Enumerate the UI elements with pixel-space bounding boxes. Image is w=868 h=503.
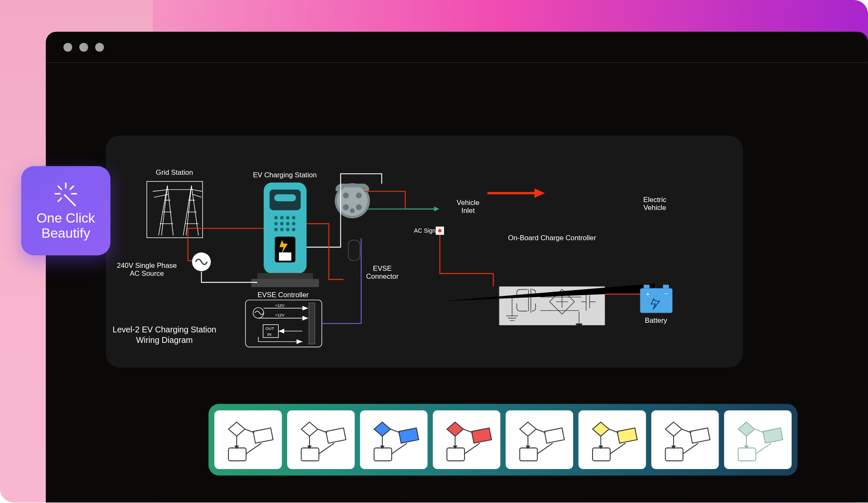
svg-line-86 xyxy=(392,443,407,454)
theme-swatch-outline-4[interactable] xyxy=(651,410,719,469)
svg-marker-74 xyxy=(234,446,239,449)
svg-line-110 xyxy=(755,429,764,433)
svg-marker-56 xyxy=(575,324,582,329)
svg-rect-77 xyxy=(301,448,319,461)
svg-line-66 xyxy=(58,186,62,189)
svg-marker-48 xyxy=(534,189,545,198)
svg-line-100 xyxy=(609,429,618,433)
label-ac-source-1: 240V Single Phase xyxy=(117,262,177,270)
svg-line-71 xyxy=(65,194,75,205)
svg-rect-19 xyxy=(251,279,319,287)
svg-point-15 xyxy=(292,228,295,231)
svg-point-7 xyxy=(292,216,295,219)
traffic-light-minimize[interactable] xyxy=(79,43,88,52)
one-click-beautify-button[interactable]: One Click Beautify xyxy=(21,166,110,255)
svg-point-25 xyxy=(356,204,362,210)
traffic-light-zoom[interactable] xyxy=(95,43,104,52)
svg-rect-82 xyxy=(374,448,392,461)
svg-line-95 xyxy=(536,429,546,433)
svg-point-4 xyxy=(274,216,278,219)
theme-swatch-outline[interactable] xyxy=(214,410,282,469)
svg-rect-61 xyxy=(644,285,650,288)
label-battery: Battery xyxy=(645,316,668,324)
svg-line-81 xyxy=(319,443,334,454)
svg-rect-27 xyxy=(348,240,360,261)
label-ac-source-2: AC Source xyxy=(130,270,164,277)
svg-point-26 xyxy=(350,208,355,213)
svg-rect-92 xyxy=(520,448,537,461)
svg-marker-109 xyxy=(744,446,748,449)
svg-text:OUT: OUT xyxy=(265,326,274,331)
svg-rect-97 xyxy=(593,448,610,461)
svg-point-10 xyxy=(286,222,289,225)
svg-rect-107 xyxy=(738,448,756,461)
evse-controller-box: +12V +12V OUT IN xyxy=(245,300,322,347)
diagram-title-2: Wiring Diagram xyxy=(136,335,193,345)
svg-point-24 xyxy=(343,204,349,210)
theme-swatch-red[interactable] xyxy=(433,410,500,469)
evse-cable-icon xyxy=(348,240,360,285)
theme-swatch-yellow[interactable] xyxy=(578,410,646,469)
red-arrow-icon xyxy=(487,189,545,198)
svg-rect-17 xyxy=(279,252,291,261)
label-vehicle-inlet-2: Inlet xyxy=(461,207,475,215)
svg-point-49 xyxy=(438,229,442,232)
svg-marker-79 xyxy=(307,446,312,449)
svg-line-111 xyxy=(756,443,771,454)
svg-line-91 xyxy=(465,443,480,454)
svg-line-106 xyxy=(683,443,698,454)
svg-marker-43 xyxy=(296,339,302,344)
svg-line-96 xyxy=(537,443,552,454)
svg-point-12 xyxy=(274,228,278,231)
svg-line-70 xyxy=(58,198,62,201)
wires xyxy=(188,174,439,324)
battery-icon: + − xyxy=(640,285,673,313)
svg-point-13 xyxy=(280,228,283,231)
label-vehicle-inlet-1: Vehicle xyxy=(457,199,479,207)
svg-marker-31 xyxy=(302,306,308,311)
svg-point-11 xyxy=(292,222,295,225)
theme-swatch-outline-2[interactable] xyxy=(287,410,355,469)
svg-rect-18 xyxy=(257,273,313,279)
theme-swatch-outline-3[interactable] xyxy=(506,410,573,469)
label-evse-controller: EVSE Controller xyxy=(257,291,309,299)
svg-rect-62 xyxy=(663,285,669,288)
svg-point-29 xyxy=(253,308,264,318)
svg-rect-102 xyxy=(665,448,683,461)
svg-text:+: + xyxy=(646,290,650,297)
svg-rect-3 xyxy=(274,194,296,202)
svg-point-9 xyxy=(280,222,283,225)
svg-line-101 xyxy=(610,443,625,454)
svg-line-76 xyxy=(246,443,261,454)
diagram-canvas[interactable]: Grid Station 240V Single Phase AC Source… xyxy=(106,136,743,368)
svg-point-14 xyxy=(286,228,289,231)
label-evse-connector-2: Connector xyxy=(366,272,399,280)
svg-rect-87 xyxy=(447,448,465,461)
window-titlebar xyxy=(46,32,868,63)
svg-marker-84 xyxy=(380,446,385,449)
svg-marker-46 xyxy=(434,207,439,211)
traffic-light-close[interactable] xyxy=(63,43,72,52)
svg-marker-89 xyxy=(453,446,457,449)
theme-swatch-pale-green[interactable] xyxy=(724,410,792,469)
ev-charging-station-icon xyxy=(251,183,319,287)
label-evse-connector-1: EVSE xyxy=(373,264,392,272)
label-electric-vehicle-2: Vehicle xyxy=(643,204,666,212)
connector-plug-icon xyxy=(335,183,370,218)
svg-line-67 xyxy=(70,186,73,189)
svg-marker-94 xyxy=(525,446,530,449)
theme-palette xyxy=(208,404,798,476)
label-grid-station: Grid Station xyxy=(156,169,193,176)
svg-point-5 xyxy=(280,216,283,219)
svg-rect-72 xyxy=(229,448,246,461)
svg-point-23 xyxy=(356,192,362,198)
svg-text:−: − xyxy=(664,290,668,297)
svg-marker-34 xyxy=(302,316,308,320)
svg-line-85 xyxy=(390,429,400,433)
svg-point-8 xyxy=(274,222,278,225)
svg-line-80 xyxy=(318,429,327,433)
svg-marker-104 xyxy=(671,446,676,449)
theme-swatch-blue[interactable] xyxy=(360,410,428,469)
svg-text:IN: IN xyxy=(267,332,271,337)
diagram-title-1: Level-2 EV Charging Station xyxy=(113,325,216,334)
